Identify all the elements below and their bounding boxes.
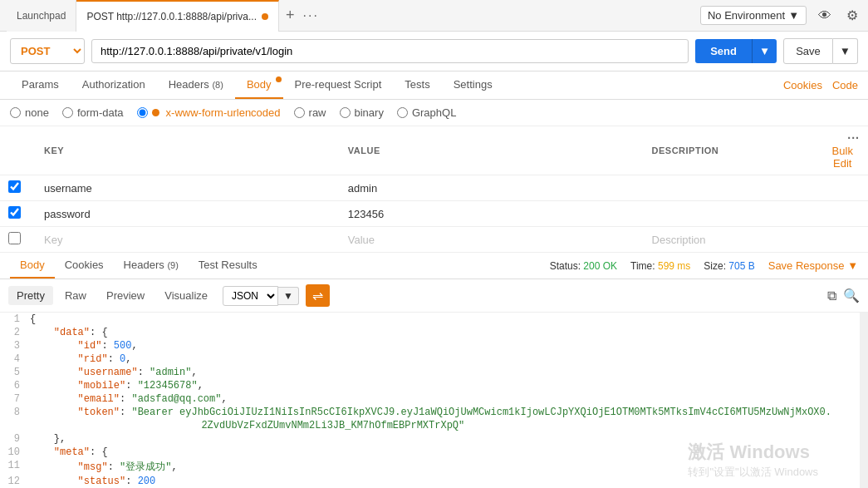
gear-icon[interactable]: ⚙ [843, 4, 861, 27]
tab-pre-request-script[interactable]: Pre-request Script [283, 71, 394, 99]
tab-params[interactable]: Params [10, 71, 71, 99]
line-content: "rid": 0, [30, 353, 131, 365]
kv-action-password [817, 201, 868, 227]
kv-check-empty[interactable] [0, 227, 36, 253]
format-select-arrow[interactable]: ▼ [278, 287, 299, 305]
kv-desc-username[interactable] [644, 175, 817, 201]
top-bar: Launchpad POST http://127.0.0.1:8888/api… [0, 0, 868, 32]
kv-action-header: ··· Bulk Edit [817, 126, 868, 175]
response-tab-headers[interactable]: Headers (9) [114, 253, 189, 279]
kv-table-container: KEY VALUE DESCRIPTION ··· Bulk Edit user… [0, 126, 868, 253]
json-line: 2 "data": { [0, 326, 868, 339]
body-type-binary[interactable]: binary [340, 106, 384, 119]
status-label: Status: 200 OK [550, 260, 617, 272]
body-type-selector: none form-data x-www-form-urlencoded raw… [0, 100, 868, 126]
search-icon[interactable]: 🔍 [843, 288, 860, 303]
response-tab-test-results[interactable]: Test Results [189, 253, 267, 279]
json-line: 11 "msg": "登录成功", [0, 459, 868, 475]
kv-check-password[interactable] [0, 201, 36, 227]
kv-check-username[interactable] [0, 175, 36, 201]
line-number: 12 [0, 476, 30, 487]
format-tab-raw[interactable]: Raw [56, 286, 95, 305]
response-tab-cookies[interactable]: Cookies [55, 253, 114, 279]
tab-launchpad[interactable]: Launchpad [7, 0, 76, 32]
kv-action-empty [817, 227, 868, 253]
tab-request[interactable]: POST http://127.0.0.1:8888/api/priva... [76, 0, 279, 32]
save-button[interactable]: Save [783, 38, 833, 64]
json-line: 1{ [0, 313, 868, 326]
json-line: 2ZvdUbVzFxdZUmvNMm2Li3JB_KM7hOfmEBPrMXTr… [0, 419, 868, 432]
tab-launchpad-label: Launchpad [17, 10, 66, 22]
format-select[interactable]: JSON [223, 286, 278, 306]
kv-check-header [0, 126, 36, 175]
line-content: "msg": "登录成功", [30, 460, 178, 474]
more-tabs-button[interactable]: ··· [302, 8, 318, 23]
line-content: "meta": { [30, 446, 108, 458]
headers-response-badge: (9) [167, 260, 178, 270]
body-type-form-data[interactable]: form-data [62, 106, 124, 119]
json-output: 1{2 "data": {3 "id": 500,4 "rid": 0,5 "u… [0, 313, 868, 488]
environment-selector[interactable]: No Environment ▼ [700, 6, 807, 25]
body-type-graphql[interactable]: GraphQL [397, 106, 456, 119]
kv-value-empty[interactable]: Value [340, 227, 644, 253]
kv-key-empty[interactable]: Key [36, 227, 340, 253]
response-tab-body[interactable]: Body [10, 253, 55, 279]
json-line: 12 "status": 200 [0, 475, 868, 488]
format-tab-pretty[interactable]: Pretty [8, 286, 53, 305]
kv-value-username[interactable]: admin [340, 175, 644, 201]
kv-value-password[interactable]: 123456 [340, 201, 644, 227]
tab-body[interactable]: Body [235, 71, 283, 99]
kv-desc-password[interactable] [644, 201, 817, 227]
save-response-button[interactable]: Save Response ▼ [768, 259, 858, 272]
tab-settings[interactable]: Settings [442, 71, 504, 99]
tab-headers[interactable]: Headers (8) [157, 71, 235, 99]
bulk-edit-button[interactable]: Bulk Edit [826, 145, 860, 170]
new-tab-button[interactable]: + [286, 7, 295, 24]
eye-icon[interactable]: 👁 [815, 5, 835, 27]
response-status: Status: 200 OK Time: 599 ms Size: 705 B … [550, 259, 858, 272]
kv-more-icon[interactable]: ··· [847, 131, 860, 145]
scrollbar[interactable] [860, 313, 868, 488]
body-type-urlencoded[interactable]: x-www-form-urlencoded [137, 106, 281, 119]
status-value: 200 OK [583, 260, 617, 272]
value-placeholder: Value [348, 234, 375, 246]
line-number: 1 [0, 313, 30, 325]
kv-table-header: KEY VALUE DESCRIPTION ··· Bulk Edit [0, 126, 868, 175]
copy-icon[interactable]: ⧉ [827, 288, 836, 303]
line-number: 2 [0, 327, 30, 338]
send-button[interactable]: Send [695, 39, 752, 63]
save-response-dropdown-icon: ▼ [847, 259, 858, 272]
tab-authorization[interactable]: Authorization [71, 71, 157, 99]
response-bar: Body Cookies Headers (9) Test Results St… [0, 253, 868, 279]
code-link[interactable]: Code [832, 79, 858, 91]
tab-tests[interactable]: Tests [393, 71, 441, 99]
env-dropdown-icon: ▼ [788, 9, 799, 22]
format-tab-preview[interactable]: Preview [98, 286, 153, 305]
request-bar: POST GET PUT DELETE Send ▼ Save ▼ [0, 32, 868, 71]
url-input[interactable] [91, 39, 689, 63]
json-line: 9 }, [0, 432, 868, 446]
kv-value-header: VALUE [340, 126, 644, 175]
kv-row-password: password 123456 [0, 201, 868, 227]
send-dropdown-button[interactable]: ▼ [752, 39, 777, 63]
body-type-raw[interactable]: raw [294, 106, 326, 119]
kv-table: KEY VALUE DESCRIPTION ··· Bulk Edit user… [0, 126, 868, 253]
cookies-link[interactable]: Cookies [783, 79, 822, 91]
line-number: 7 [0, 393, 30, 405]
line-number: 6 [0, 380, 30, 392]
json-line: 8 "token": "Bearer eyJhbGciOiJIUzI1NiIsI… [0, 406, 868, 419]
kv-key-password[interactable]: password [36, 201, 340, 227]
wrap-button[interactable]: ⇌ [306, 284, 330, 307]
line-number: 11 [0, 460, 30, 471]
json-line: 6 "mobile": "12345678", [0, 379, 868, 392]
kv-key-username[interactable]: username [36, 175, 340, 201]
body-type-none[interactable]: none [10, 106, 49, 119]
format-tab-visualize[interactable]: Visualize [156, 286, 216, 305]
kv-desc-empty[interactable]: Description [644, 227, 817, 253]
line-content: "token": "Bearer eyJhbGciOiJIUzI1NiIsInR… [30, 407, 831, 418]
method-select[interactable]: POST GET PUT DELETE [10, 38, 85, 64]
save-dropdown-button[interactable]: ▼ [833, 38, 858, 64]
env-label: No Environment [708, 9, 785, 22]
line-number: 10 [0, 446, 30, 458]
line-content: "email": "adsfad@qq.com", [30, 393, 228, 405]
